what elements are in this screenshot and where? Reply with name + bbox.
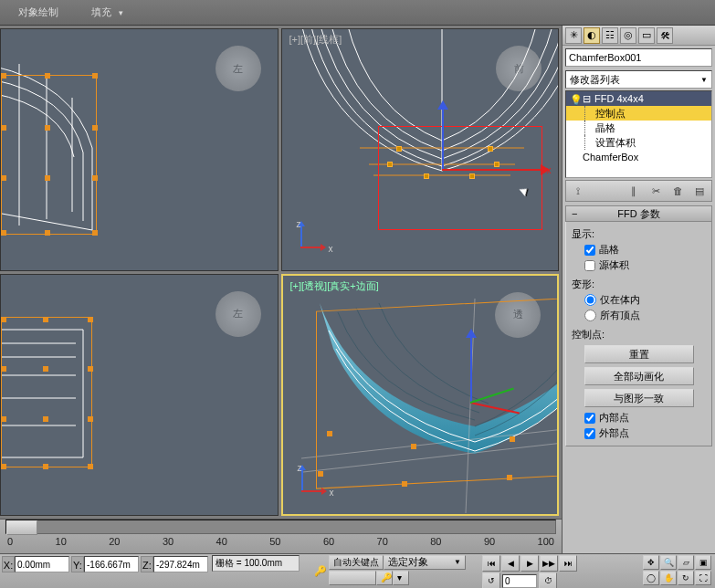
modifier-stack-toolbar: ⟟ ∥ ✂ 🗑 ▤ (565, 180, 712, 202)
motion-tab-icon[interactable]: ◎ (620, 27, 636, 44)
reset-button[interactable]: 重置 (584, 345, 694, 363)
fov-icon[interactable]: ▱ (678, 555, 694, 570)
make-unique-icon[interactable]: ✂ (647, 183, 664, 199)
time-ruler: 01020 304050 607080 90100 (5, 536, 556, 552)
menu-fill[interactable]: 填充▾ (91, 5, 123, 19)
show-end-result-icon[interactable]: ∥ (626, 183, 642, 199)
menu-object-paint[interactable]: 对象绘制 (18, 5, 58, 19)
coord-x: X: (2, 555, 69, 573)
coord-y: Y: (71, 555, 139, 573)
modifier-base-object[interactable]: ChamferBox (566, 150, 711, 164)
checkbox-outside-points[interactable]: 外部点 (584, 426, 706, 440)
hierarchy-tab-icon[interactable]: ☷ (602, 27, 618, 44)
set-key-button[interactable] (329, 571, 376, 585)
checkbox-source-volume[interactable]: 源体积 (584, 258, 706, 272)
key-filters-dropdown[interactable]: 选定对象▼ (384, 555, 466, 570)
coord-z: Z: (141, 555, 208, 573)
time-config-icon[interactable]: ⏱ (539, 572, 557, 588)
prev-frame-icon[interactable]: ◀ (501, 555, 520, 572)
control-points-group-label: 控制点: (572, 328, 706, 341)
selection-lock-icon[interactable]: 🔑 (310, 555, 331, 586)
remove-modifier-icon[interactable]: 🗑 (669, 183, 686, 199)
pin-stack-icon[interactable]: ⟟ (570, 183, 586, 199)
configure-sets-icon[interactable]: ▤ (691, 183, 708, 199)
modifier-sub-control-points[interactable]: 控制点 (566, 106, 711, 121)
play-icon[interactable]: ▶ (520, 555, 539, 572)
viewport-top-right-front[interactable]: [+][前][线框] 前 x z (281, 28, 560, 271)
coord-x-input[interactable] (15, 556, 69, 572)
display-group-label: 显示: (572, 227, 706, 241)
zoom-icon[interactable]: 🔍 (660, 555, 677, 570)
viewcube-icon[interactable]: 左 (216, 46, 261, 91)
object-name-input[interactable] (565, 48, 712, 67)
viewport-nav-controls: ✥ 🔍 ▱ ▣ ◯ ✋ ↻ ⛶ (643, 555, 711, 585)
modifier-sub-lattice[interactable]: 晶格 (566, 121, 711, 135)
viewport-label[interactable]: [+][透视][真实+边面] (290, 279, 379, 293)
orbit-icon[interactable]: ◯ (643, 571, 659, 585)
display-tab-icon[interactable]: ▭ (638, 27, 655, 44)
timeline[interactable]: 01020 304050 607080 90100 (0, 519, 562, 553)
key-mode-toggle-icon[interactable]: ↺ (482, 572, 500, 588)
command-panel-tabs: ✳ ◐ ☷ ◎ ▭ 🛠 (563, 26, 715, 46)
modify-tab-icon[interactable]: ◐ (584, 27, 600, 44)
current-frame-input[interactable] (502, 574, 537, 588)
command-panel: ✳ ◐ ☷ ◎ ▭ 🛠 修改器列表▼ 💡 ⊟ FFD 4x4x4 控制点 晶格 … (562, 26, 715, 588)
key-mode-icon[interactable]: 🔑 (376, 571, 393, 585)
status-bar: X: Y: Z: 栅格 = 100.0mm 🔑 自动关键点 选定对象▼ 🔑 ▾ … (0, 553, 715, 588)
utilities-tab-icon[interactable]: 🛠 (657, 27, 673, 44)
goto-start-icon[interactable]: ⏮ (482, 555, 500, 572)
axis-gizmo-icon: z x (293, 223, 330, 259)
create-tab-icon[interactable]: ✳ (565, 27, 582, 44)
viewport-grid: 左 [+][前][线框] 前 (0, 26, 562, 519)
modifier-ffd[interactable]: 💡 ⊟ FFD 4x4x4 (566, 91, 711, 106)
viewport-top-left[interactable]: 左 (0, 28, 279, 271)
top-menu-bar: 对象绘制 填充▾ (0, 0, 715, 26)
modifier-stack[interactable]: 💡 ⊟ FFD 4x4x4 控制点 晶格 设置体积 ChamferBox (565, 90, 712, 178)
walk-icon[interactable]: ✋ (660, 571, 677, 585)
goto-end-icon[interactable]: ⏭ (559, 555, 577, 572)
pan-icon[interactable]: ✥ (643, 555, 659, 570)
object-name-field[interactable] (565, 48, 712, 67)
coord-y-input[interactable] (84, 556, 139, 572)
coord-z-input[interactable] (153, 556, 208, 572)
viewport-bottom-left[interactable]: 左 (0, 274, 279, 517)
playback-controls: ⏮ ◀ ▶ ▶▶ ⏭ (482, 555, 577, 572)
radio-only-in-volume[interactable]: 仅在体内 (584, 293, 706, 307)
zoom-extents-icon[interactable]: ▣ (695, 555, 711, 570)
rollout-header-ffd-params[interactable]: −FFD 参数 (565, 205, 712, 222)
next-frame-icon[interactable]: ▶▶ (540, 555, 558, 572)
checkbox-inside-points[interactable]: 内部点 (584, 411, 706, 425)
viewport-label[interactable]: [+][前][线框] (289, 33, 342, 47)
time-slider-knob[interactable] (6, 520, 37, 535)
viewport-perspective-active[interactable]: [+][透视][真实+边面] 透 z x (281, 274, 560, 517)
key-filters-icon[interactable]: ▾ (393, 571, 409, 585)
roll-icon[interactable]: ↻ (678, 571, 694, 585)
grid-display: 栅格 = 100.0mm (212, 555, 300, 572)
lightbulb-icon[interactable]: 💡 (570, 94, 579, 103)
deform-group-label: 变形: (572, 278, 706, 291)
checkbox-lattice[interactable]: 晶格 (584, 243, 706, 257)
time-slider-track[interactable] (5, 520, 556, 534)
modifier-sub-set-volume[interactable]: 设置体积 (566, 135, 711, 150)
viewcube-icon[interactable]: 左 (216, 291, 261, 337)
modifier-list-dropdown[interactable]: 修改器列表▼ (565, 70, 712, 89)
radio-all-vertices[interactable]: 所有顶点 (584, 309, 706, 322)
rollout-ffd-params: 显示: 晶格 源体积 变形: 仅在体内 所有顶点 控制点: 重置 全部动画化 与… (565, 222, 712, 446)
conform-to-shape-button[interactable]: 与图形一致 (584, 389, 694, 407)
animate-all-button[interactable]: 全部动画化 (584, 367, 694, 385)
auto-key-button[interactable]: 自动关键点 (329, 555, 384, 570)
axis-gizmo-icon: z x (294, 467, 331, 503)
maximize-viewport-icon[interactable]: ⛶ (695, 571, 711, 585)
